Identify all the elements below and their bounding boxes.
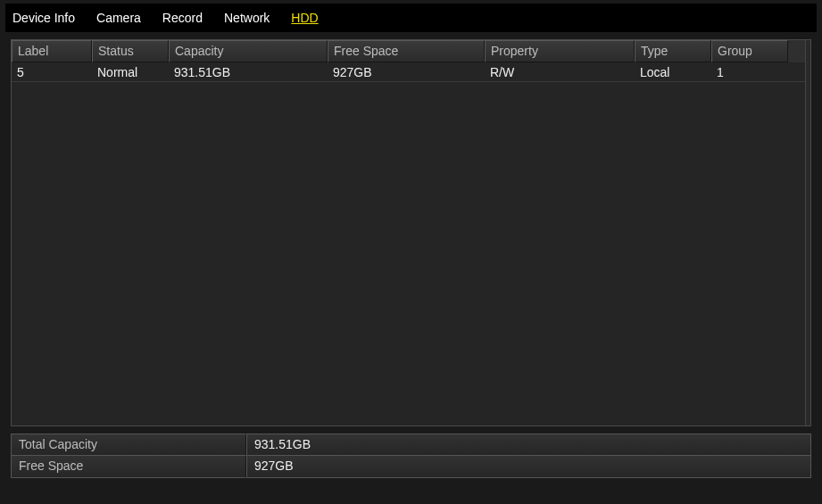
tab-device-info[interactable]: Device Info [11,7,77,29]
col-header-type[interactable]: Type [635,40,711,62]
summary-table: Total Capacity 931.51GB Free Space 927GB [11,434,811,478]
summary-free-space-value: 927GB [246,456,811,478]
cell-type: Local [635,64,711,80]
cell-capacity: 931.51GB [169,64,328,80]
col-header-free-space[interactable]: Free Space [328,40,485,62]
tab-record[interactable]: Record [161,7,204,29]
summary-free-space-label: Free Space [11,456,246,478]
summary-row-total-capacity: Total Capacity 931.51GB [11,434,811,456]
cell-free-space: 927GB [328,64,485,80]
cell-property: R/W [485,64,635,80]
table-row[interactable]: 5 Normal 931.51GB 927GB R/W Local 1 [12,62,805,82]
table-body: 5 Normal 931.51GB 927GB R/W Local 1 [12,62,805,426]
col-header-property[interactable]: Property [485,40,635,62]
vertical-scrollbar[interactable] [805,40,810,426]
cell-status: Normal [92,64,169,80]
col-header-capacity[interactable]: Capacity [169,40,328,62]
tab-hdd[interactable]: HDD [289,7,320,29]
col-header-label[interactable]: Label [12,40,92,62]
col-header-status[interactable]: Status [92,40,169,62]
hdd-table: Label Status Capacity Free Space Propert… [11,39,811,426]
tab-bar: Device Info Camera Record Network HDD [5,4,817,32]
summary-total-capacity-value: 931.51GB [246,434,811,456]
summary-total-capacity-label: Total Capacity [11,434,246,456]
col-header-group[interactable]: Group [711,40,788,62]
hdd-panel: Label Status Capacity Free Space Propert… [5,32,817,483]
tab-camera[interactable]: Camera [95,7,143,29]
cell-group: 1 [711,64,788,80]
cell-label: 5 [12,64,92,80]
summary-row-free-space: Free Space 927GB [11,456,811,478]
tab-network[interactable]: Network [222,7,271,29]
table-header-row: Label Status Capacity Free Space Propert… [12,40,810,62]
